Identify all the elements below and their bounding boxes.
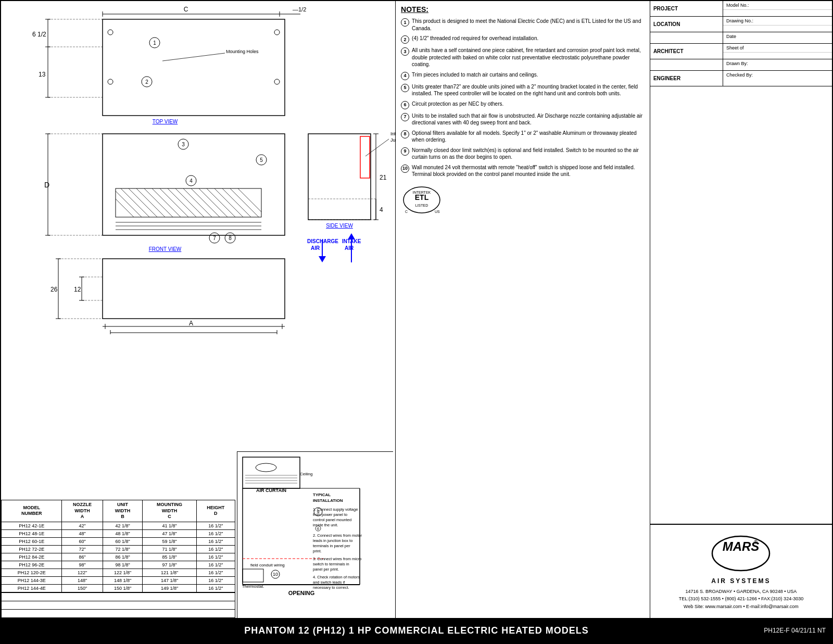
drawn-by-label: Drawn By: (723, 59, 832, 70)
installation-diagram: AIR CURTAIN Ceiling 9 field conduit wiri… (237, 451, 393, 618)
svg-rect-93 (308, 134, 371, 220)
svg-line-52 (222, 188, 254, 220)
note-item: 10Wall monuted 24 volt thermostat with r… (401, 164, 645, 178)
bottom-title: PHANTOM 12 (PH12) 1 HP COMMERCIAL ELECTR… (244, 625, 589, 636)
svg-line-50 (207, 188, 238, 220)
notes-area: NOTES: 1This product is designed to meet… (396, 1, 650, 618)
svg-line-51 (214, 188, 246, 220)
spec-table: MODELNUMBER NOZZLEWIDTHA UNITWIDTHB MOUN… (1, 500, 235, 592)
etl-logo-area: INTERTEK ETL LISTED C US (401, 184, 645, 216)
svg-text:8: 8 (229, 235, 232, 241)
svg-text:5: 5 (260, 157, 263, 163)
table-row: PH12 72-2E72"72 1/8"71 1/8"16 1/2" (2, 546, 235, 553)
svg-text:switch to terminals in: switch to terminals in (313, 562, 349, 566)
svg-line-38 (113, 188, 144, 220)
table-row: PH12 120-2E122"122 1/8"121 1/8"16 1/2" (2, 569, 235, 577)
note-item: 3All units have a self contained one pie… (401, 47, 645, 68)
svg-text:13: 13 (39, 71, 46, 78)
table-row: PH12 42-1E42"42 1/8"41 1/8"16 1/2" (2, 522, 235, 530)
svg-line-54 (238, 188, 269, 220)
svg-text:1. Connect supply voltage: 1. Connect supply voltage (313, 507, 358, 512)
note-item: 8Optional filters available for all mode… (401, 130, 645, 144)
drawing-number: PH12E-F 04/21/11 NT (764, 627, 826, 634)
drawing-area: C —1/2 6 1/2 13 (1, 1, 396, 618)
svg-rect-69 (103, 259, 285, 319)
note-item: 5Units greater than72" are double units … (401, 83, 645, 97)
svg-line-104 (365, 139, 389, 156)
svg-text:SIDE VIEW: SIDE VIEW (326, 223, 353, 229)
mars-address: 14716 S. BROADWAY • GARDENA, CA 90248 • … (655, 588, 827, 610)
table-row: PH12 60-1E60"60 1/8"59 1/8"16 1/2" (2, 538, 235, 546)
svg-text:B: B (190, 334, 193, 334)
spec-table-container: MODELNUMBER NOZZLEWIDTHA UNITWIDTHB MOUN… (1, 500, 235, 618)
right-panel: PROJECT Model No.: LOCATION Drawing No.:… (650, 1, 832, 618)
svg-line-46 (175, 188, 207, 220)
svg-text:12: 12 (74, 286, 81, 293)
svg-line-44 (160, 188, 191, 220)
note-item: 6Circuit protection as per NEC by others… (401, 100, 645, 109)
svg-text:4: 4 (380, 206, 383, 213)
svg-line-39 (121, 188, 152, 220)
svg-point-20 (274, 79, 280, 84)
svg-line-45 (168, 188, 199, 220)
svg-text:print.: print. (313, 549, 322, 553)
svg-text:leads in junction box to: leads in junction box to (313, 538, 352, 543)
svg-text:control panel mounted: control panel mounted (313, 517, 351, 522)
sheet-of-label: Sheet of (723, 44, 832, 53)
svg-text:6 1/2: 6 1/2 (32, 31, 46, 38)
svg-line-37 (105, 188, 136, 220)
svg-text:®: ® (754, 539, 758, 545)
engineer-label: ENGINEER (650, 71, 723, 86)
svg-text:US: US (435, 210, 440, 213)
architect-label: ARCHITECT (650, 44, 723, 59)
svg-text:C: C (184, 6, 188, 13)
bottom-bar: PHANTOM 12 (PH12) 1 HP COMMERCIAL ELECTR… (1, 618, 832, 643)
location-label: LOCATION (650, 17, 723, 32)
svg-text:2. Connect wires from motor: 2. Connect wires from motor (313, 533, 362, 538)
svg-text:Internally Mounted: Internally Mounted (390, 131, 396, 136)
svg-line-49 (199, 188, 230, 220)
svg-text:21: 21 (380, 174, 387, 181)
svg-text:C: C (405, 210, 408, 213)
svg-text:AIR: AIR (345, 245, 354, 251)
svg-text:7: 7 (213, 235, 216, 241)
svg-text:DISCHARGE: DISCHARGE (307, 238, 338, 244)
date-label: Date (723, 32, 832, 43)
svg-text:26: 26 (51, 286, 58, 293)
svg-point-18 (108, 79, 113, 84)
note-item: 7Units to be installed such that air flo… (401, 112, 645, 127)
svg-text:FRONT VIEW: FRONT VIEW (149, 246, 182, 252)
svg-text:4: 4 (190, 178, 193, 184)
svg-text:4. Check rotation of motors: 4. Check rotation of motors (313, 575, 360, 579)
technical-drawing: C —1/2 6 1/2 13 (1, 1, 396, 334)
notes-title: NOTES: (401, 5, 645, 14)
svg-text:A: A (189, 320, 193, 327)
table-row: PH12 144-4E150"150 1/8"149 1/8"16 1/2" (2, 585, 235, 592)
project-label: PROJECT (650, 1, 723, 16)
table-row: PH12 96-2E98"98 1/8"97 1/8"16 1/2" (2, 561, 235, 569)
svg-marker-111 (319, 256, 326, 262)
svg-text:3: 3 (182, 142, 185, 147)
svg-line-47 (183, 188, 214, 220)
mars-subtitle: AIR SYSTEMS (655, 577, 827, 585)
svg-text:LISTED: LISTED (415, 204, 428, 207)
svg-text:Ceiling: Ceiling (300, 472, 312, 476)
page-container: C —1/2 6 1/2 13 (0, 0, 833, 644)
note-item: 2(4) 1/2" threaded rod required for over… (401, 35, 645, 44)
mars-logo-svg: MARS ® (710, 533, 772, 574)
svg-text:AIR: AIR (311, 245, 320, 251)
etl-logo: INTERTEK ETL LISTED C US (401, 184, 443, 216)
svg-text:TYPICAL: TYPICAL (313, 493, 331, 497)
svg-rect-6 (103, 19, 285, 116)
svg-text:terminals in panel per: terminals in panel per (313, 544, 350, 548)
mars-logo-area: MARS ® AIR SYSTEMS 14716 S. BROADWAY • G… (650, 524, 832, 618)
drawing-no-label: Drawing No.: (723, 17, 832, 26)
svg-text:Junction Box: Junction Box (390, 137, 396, 143)
svg-text:and switch leads if: and switch leads if (313, 580, 345, 585)
svg-marker-115 (348, 233, 355, 239)
svg-line-42 (144, 188, 175, 220)
svg-line-40 (129, 188, 160, 220)
svg-line-41 (136, 188, 168, 220)
svg-rect-94 (360, 136, 370, 178)
svg-rect-117 (243, 457, 300, 488)
